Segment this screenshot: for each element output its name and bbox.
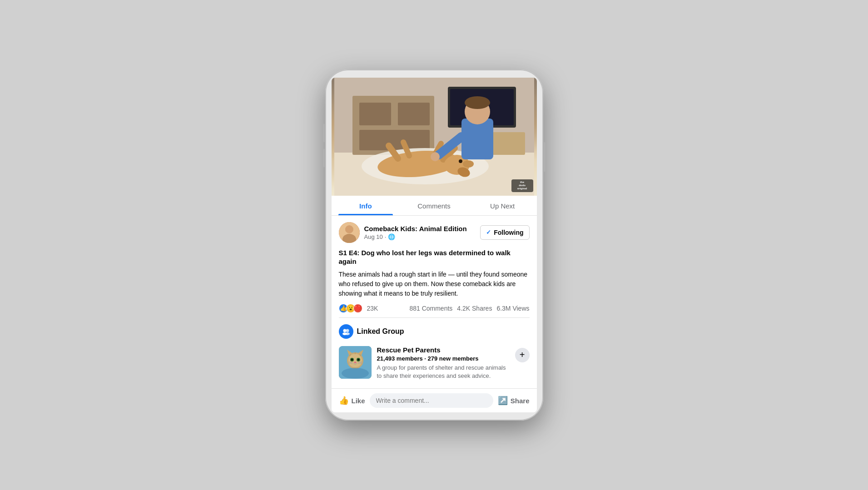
svg-point-31 [345, 332, 350, 335]
tab-up-next[interactable]: Up Next [468, 196, 537, 215]
video-description: These animals had a rough start in life … [339, 270, 530, 298]
svg-rect-6 [359, 130, 430, 150]
share-label: Share [511, 397, 530, 405]
watermark-line2: dodo [519, 184, 526, 187]
phone-frame: the dodo original Info Comments Up Next [325, 69, 543, 421]
linked-group-section: Linked Group [339, 324, 530, 382]
avatar [339, 222, 360, 243]
svg-point-18 [463, 160, 474, 168]
svg-rect-5 [398, 103, 430, 125]
share-count: 4.2K Shares [457, 305, 492, 312]
view-count: 6.3M Views [496, 305, 529, 312]
following-label: Following [494, 229, 523, 236]
check-icon: ✓ [486, 229, 491, 236]
like-icon: 👍 [339, 396, 349, 406]
group-join-button[interactable]: + [515, 348, 530, 362]
svg-rect-20 [461, 119, 493, 159]
svg-point-29 [346, 329, 349, 332]
watermark-line3: original [517, 187, 527, 190]
group-description: A group for parents of shelter and rescu… [377, 364, 510, 380]
watermark-line1: the [520, 181, 524, 183]
love-reaction: ❤️ [353, 304, 362, 313]
reactions-bar: 👍 😮 ❤️ 23K 881 Comments 4.2K Shares 6.3M… [339, 304, 530, 318]
svg-point-41 [354, 361, 356, 363]
reaction-count: 23K [367, 305, 378, 312]
comment-count: 881 Comments [409, 305, 452, 312]
share-icon: ↗️ [498, 396, 508, 406]
video-title: S1 E4: Dog who lost her legs was determi… [339, 248, 530, 266]
separator: · [385, 233, 387, 240]
group-members: 21,493 members · 279 new members [377, 355, 510, 362]
svg-point-39 [351, 359, 353, 361]
svg-point-24 [431, 152, 440, 161]
group-name: Rescue Pet Parents [377, 346, 510, 354]
share-action[interactable]: ↗️ Share [498, 396, 530, 406]
page-header: Comeback Kids: Animal Edition Aug 10 · 🌐… [339, 222, 530, 243]
globe-icon: 🌐 [388, 233, 395, 240]
page-name: Comeback Kids: Animal Edition [364, 225, 476, 233]
phone-screen: the dodo original Info Comments Up Next [332, 78, 537, 412]
svg-point-40 [357, 359, 359, 361]
reaction-icons: 👍 😮 ❤️ [339, 304, 361, 313]
volume-down-button[interactable] [323, 149, 325, 167]
power-button[interactable] [544, 142, 546, 172]
page-info: Comeback Kids: Animal Edition Aug 10 · 🌐 [364, 225, 476, 240]
following-button[interactable]: ✓ Following [480, 225, 529, 240]
tabs-bar: Info Comments Up Next [332, 196, 537, 216]
tab-comments[interactable]: Comments [400, 196, 468, 215]
svg-point-28 [343, 329, 346, 332]
group-card[interactable]: Rescue Pet Parents 21,493 members · 279 … [339, 344, 530, 382]
comment-input[interactable] [370, 393, 493, 408]
tab-info[interactable]: Info [332, 196, 400, 215]
group-avatar [339, 346, 372, 379]
page-meta: Aug 10 · 🌐 [364, 233, 476, 240]
svg-point-22 [465, 96, 490, 109]
group-info: Rescue Pet Parents 21,493 members · 279 … [377, 346, 510, 380]
post-date: Aug 10 [364, 233, 383, 240]
video-thumbnail[interactable]: the dodo original [332, 78, 537, 196]
svg-rect-4 [359, 103, 391, 125]
stats: 881 Comments 4.2K Shares 6.3M Views [409, 305, 529, 312]
linked-group-header: Linked Group [339, 324, 530, 339]
volume-up-button[interactable] [323, 124, 325, 142]
like-label: Like [352, 397, 365, 405]
info-content: Comeback Kids: Animal Edition Aug 10 · 🌐… [332, 216, 537, 388]
svg-point-34 [348, 354, 362, 367]
linked-group-icon [339, 324, 353, 339]
svg-point-49 [342, 368, 369, 379]
svg-point-26 [345, 225, 353, 233]
bottom-bar: 👍 Like ↗️ Share [332, 388, 537, 412]
linked-group-label: Linked Group [357, 327, 404, 336]
svg-point-19 [459, 159, 462, 163]
watermark: the dodo original [511, 179, 533, 192]
like-action[interactable]: 👍 Like [339, 396, 365, 406]
